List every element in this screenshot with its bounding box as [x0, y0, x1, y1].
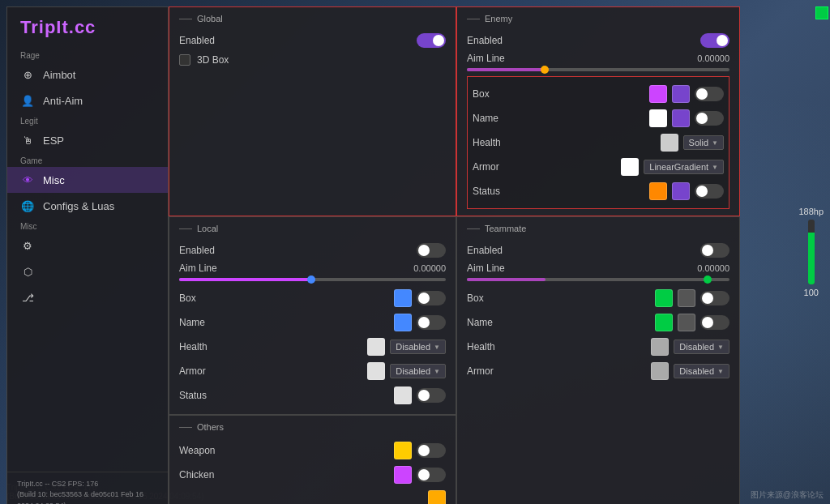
teammate-armor-swatch[interactable]	[651, 362, 669, 380]
others-weapon-swatch[interactable]	[394, 442, 412, 459]
teammate-name-right	[655, 314, 729, 331]
local-status-row: Status	[179, 383, 446, 408]
local-status-toggle[interactable]	[417, 388, 446, 403]
enemy-title: Enemy	[467, 14, 729, 23]
local-name-toggle[interactable]	[417, 315, 446, 330]
enemy-health-label: Health	[473, 137, 521, 148]
right-panels: Global Enabled 3D Box Enemy Enabled	[169, 6, 740, 504]
sidebar-item-aimbot[interactable]: ⊕ Aimbot	[7, 62, 168, 88]
person-icon: 👤	[20, 93, 35, 108]
teammate-aimline-fill	[467, 278, 545, 281]
sidebar-label-aimbot: Aimbot	[43, 69, 75, 81]
teammate-aimline-track[interactable]	[467, 278, 729, 281]
others-panel: Others Weapon Chicken	[169, 415, 456, 504]
teammate-armor-right: Disabled ▼	[651, 362, 729, 380]
enemy-aimline-track[interactable]	[467, 68, 729, 71]
enemy-health-dropdown-label: Solid	[689, 138, 708, 147]
local-enabled-row: Enabled	[179, 240, 446, 261]
enemy-armor-row: Armor LinearGradient ▼	[473, 155, 724, 179]
teammate-armor-dropdown[interactable]: Disabled ▼	[674, 364, 729, 378]
enemy-aimline-val: 0.00000	[697, 53, 729, 63]
enemy-name-swatch2[interactable]	[672, 109, 690, 127]
local-armor-dropdown-label: Disabled	[396, 366, 430, 376]
teammate-health-dropdown[interactable]: Disabled ▼	[674, 340, 729, 354]
teammate-box-swatch2[interactable]	[678, 289, 695, 307]
enemy-box-toggle[interactable]	[695, 87, 724, 101]
global-enabled-row: Enabled	[179, 30, 446, 51]
enemy-panel: Enemy Enabled Aim Line 0.00000	[456, 6, 740, 216]
teammate-panel: Teammate Enabled Aim Line 0.00000 Box	[456, 216, 740, 504]
enemy-box-swatch2[interactable]	[672, 85, 690, 103]
teammate-name-swatch2[interactable]	[678, 314, 695, 331]
enemy-name-label: Name	[473, 113, 521, 124]
others-extra-swatch[interactable]	[428, 490, 446, 504]
enemy-armor-swatch[interactable]	[621, 158, 639, 176]
teammate-name-swatch1[interactable]	[655, 314, 673, 331]
enemy-box-label: Box	[473, 88, 521, 100]
sidebar-item-antiaim[interactable]: 👤 Anti-Aim	[7, 88, 168, 113]
enemy-enabled-toggle[interactable]	[700, 33, 729, 48]
local-aimline-track[interactable]	[179, 278, 446, 281]
enemy-armor-dropdown[interactable]: LinearGradient ▼	[644, 160, 724, 174]
sidebar-item-configs[interactable]: ⬡	[7, 258, 168, 284]
local-box-swatch[interactable]	[394, 289, 412, 307]
teammate-health-swatch[interactable]	[651, 338, 669, 356]
teammate-health-dropdown-label: Disabled	[679, 342, 714, 352]
local-box-toggle[interactable]	[417, 291, 446, 305]
teammate-armor-arrow: ▼	[717, 368, 724, 375]
enemy-name-swatch1[interactable]	[649, 109, 667, 127]
sidebar-item-esp[interactable]: 👁 Misc	[7, 167, 168, 193]
local-name-swatch[interactable]	[394, 314, 412, 331]
git-icon: ⎇	[20, 290, 35, 305]
sidebar-item-source[interactable]: ⎇	[7, 284, 168, 310]
enemy-status-row: Status	[473, 179, 724, 203]
enemy-health-dropdown[interactable]: Solid ▼	[683, 135, 724, 150]
local-name-row: Name	[179, 310, 446, 335]
enemy-status-swatch2[interactable]	[672, 182, 690, 200]
code-icon: ⬡	[20, 264, 35, 279]
sidebar-item-legit[interactable]: 🖱 ESP	[7, 127, 168, 153]
local-status-swatch[interactable]	[394, 387, 412, 404]
section-rage: Rage	[7, 48, 168, 62]
global-3dbox-checkbox[interactable]	[179, 54, 190, 66]
teammate-name-toggle[interactable]	[700, 315, 729, 330]
sidebar-item-misc[interactable]: ⚙	[7, 233, 168, 258]
enemy-box-swatch1[interactable]	[649, 85, 667, 103]
others-chicken-swatch[interactable]	[394, 466, 412, 484]
local-health-dropdown[interactable]: Disabled ▼	[390, 340, 446, 354]
teammate-health-arrow: ▼	[717, 344, 724, 351]
hud-health: 188hp 100	[798, 207, 824, 297]
enemy-health-swatch[interactable]	[661, 134, 678, 152]
others-chicken-row: Chicken	[179, 463, 446, 487]
local-enabled-toggle[interactable]	[417, 243, 446, 258]
local-armor-swatch[interactable]	[367, 362, 385, 380]
local-health-swatch[interactable]	[367, 338, 385, 356]
top-row: Global Enabled 3D Box Enemy Enabled	[169, 6, 740, 216]
teammate-box-row: Box	[467, 286, 729, 310]
enemy-armor-label: Armor	[473, 161, 521, 173]
teammate-box-toggle[interactable]	[700, 291, 729, 305]
enemy-name-toggle[interactable]	[695, 111, 724, 126]
sidebar-item-world[interactable]: 🌐 Configs & Luas	[7, 193, 168, 219]
others-weapon-toggle[interactable]	[417, 443, 446, 458]
local-armor-dropdown[interactable]: Disabled ▼	[390, 364, 446, 378]
local-armor-label: Armor	[179, 365, 228, 377]
teammate-enabled-row: Enabled	[467, 240, 729, 261]
enemy-status-toggle[interactable]	[695, 184, 724, 199]
teammate-armor-label: Armor	[467, 365, 516, 377]
left-col: Local Enabled Aim Line 0.00000	[169, 216, 456, 504]
others-weapon-row: Weapon	[179, 438, 446, 463]
enemy-status-swatch1[interactable]	[649, 182, 667, 200]
global-title-text: Global	[197, 14, 223, 23]
local-armor-right: Disabled ▼	[367, 362, 446, 380]
local-aimline-label: Aim Line	[179, 263, 217, 274]
teammate-box-swatch1[interactable]	[655, 289, 673, 307]
enemy-armor-arrow: ▼	[712, 164, 718, 171]
logo: TripIt.cc	[7, 7, 168, 48]
others-chicken-toggle[interactable]	[417, 468, 446, 482]
local-title-text: Local	[197, 224, 218, 233]
local-health-label: Health	[179, 341, 228, 352]
local-name-right	[394, 314, 446, 331]
teammate-enabled-toggle[interactable]	[700, 243, 729, 258]
global-enabled-toggle[interactable]	[417, 33, 446, 48]
